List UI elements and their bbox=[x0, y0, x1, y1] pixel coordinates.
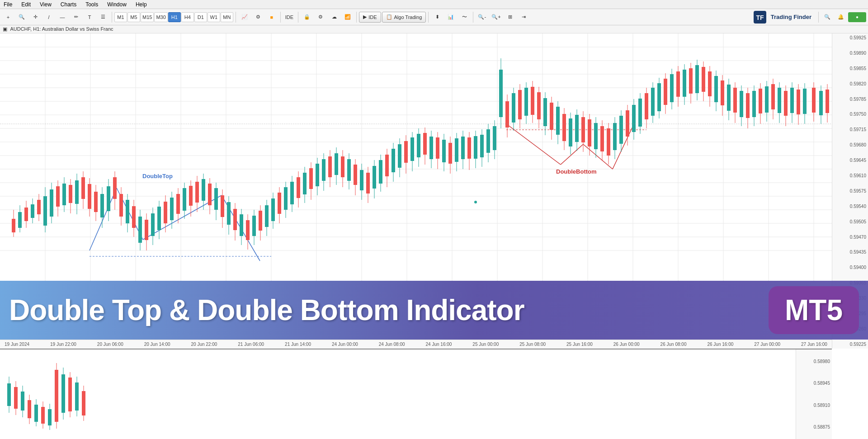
svg-rect-251 bbox=[657, 83, 661, 111]
svg-rect-69 bbox=[81, 177, 85, 199]
new-order-button[interactable]: 📋 Algo Trading bbox=[382, 12, 426, 23]
menu-item-tools[interactable]: Tools bbox=[84, 1, 100, 8]
bottom-price-1: 0.58980 bbox=[796, 359, 830, 364]
menu-item-edit[interactable]: Edit bbox=[19, 1, 33, 8]
lock-button[interactable]: 🔒 bbox=[301, 11, 313, 24]
time-label-6: 21 Jun 06:00 bbox=[238, 342, 264, 347]
chart-type-button[interactable]: 📈 bbox=[238, 11, 251, 24]
svg-rect-129 bbox=[271, 198, 275, 221]
svg-rect-61 bbox=[56, 186, 60, 207]
svg-rect-165 bbox=[385, 155, 389, 176]
price-label-9: 0.59645 bbox=[834, 158, 866, 163]
zoom-in-btn2[interactable]: 🔍+ bbox=[489, 11, 503, 24]
menu-item-window[interactable]: Window bbox=[105, 1, 128, 8]
svg-rect-299 bbox=[812, 88, 816, 113]
time-label-4: 20 Jun 14:00 bbox=[144, 342, 170, 347]
menu-item-help[interactable]: Help bbox=[134, 1, 149, 8]
svg-rect-89 bbox=[145, 220, 148, 240]
menu-item-view[interactable]: View bbox=[38, 1, 53, 8]
time-label-12: 25 Jun 08:00 bbox=[519, 342, 546, 347]
color-button[interactable]: ■ bbox=[265, 11, 278, 24]
tools-group-button[interactable]: ☰ bbox=[97, 11, 109, 24]
svg-rect-279 bbox=[746, 93, 750, 118]
draw-button[interactable]: ✏ bbox=[70, 11, 82, 24]
menu-item-charts[interactable]: Charts bbox=[59, 1, 78, 8]
svg-rect-47 bbox=[12, 219, 15, 232]
search-button[interactable]: 🔍 bbox=[821, 11, 834, 24]
time-label-16: 26 Jun 16:00 bbox=[707, 342, 733, 347]
separator-3 bbox=[280, 12, 281, 23]
svg-rect-167 bbox=[392, 149, 395, 172]
toolbar: + 🔍 ✛ / — ✏ T ☰ M1 M5 M15 M30 H1 H4 D1 W… bbox=[0, 9, 868, 25]
svg-rect-189 bbox=[461, 137, 465, 159]
algo-trading-button[interactable]: ▶ IDE bbox=[359, 12, 381, 23]
signal-button[interactable]: 📶 bbox=[341, 11, 354, 24]
tf-m15[interactable]: M15 bbox=[141, 12, 154, 22]
chart-settings-button[interactable]: ⚙ bbox=[252, 11, 264, 24]
svg-rect-263 bbox=[695, 65, 699, 93]
svg-rect-55 bbox=[37, 200, 41, 214]
svg-rect-123 bbox=[252, 216, 256, 236]
svg-rect-153 bbox=[347, 159, 351, 181]
grid-button[interactable]: ⊞ bbox=[504, 11, 517, 24]
settings2-button[interactable]: ⚙ bbox=[314, 11, 327, 24]
tf-h1[interactable]: H1 bbox=[168, 12, 181, 22]
svg-rect-326 bbox=[61, 374, 65, 413]
tf-m30[interactable]: M30 bbox=[154, 12, 167, 22]
volume-button[interactable]: 📊 bbox=[444, 11, 457, 24]
svg-rect-215 bbox=[543, 98, 547, 126]
crosshair-button[interactable]: ✛ bbox=[29, 11, 42, 24]
zoom-in-button[interactable]: 🔍 bbox=[15, 11, 28, 24]
depth-button[interactable]: ⬍ bbox=[431, 11, 443, 24]
svg-rect-71 bbox=[88, 184, 91, 209]
horizontal-line-button[interactable]: — bbox=[56, 11, 69, 24]
status-label: ● bbox=[856, 14, 859, 19]
svg-rect-269 bbox=[714, 76, 718, 102]
svg-rect-289 bbox=[778, 88, 781, 113]
tf-logo-svg: TF bbox=[753, 10, 767, 24]
line-button[interactable]: / bbox=[42, 11, 55, 24]
separator-7 bbox=[473, 12, 473, 23]
price-label-11: 0.59575 bbox=[834, 189, 866, 194]
svg-rect-221 bbox=[562, 114, 566, 141]
tick-button[interactable]: 〜 bbox=[458, 11, 471, 24]
time-label-5: 20 Jun 22:00 bbox=[191, 342, 217, 347]
zoom-out-btn[interactable]: 🔍- bbox=[476, 11, 488, 24]
menu-item-file[interactable]: File bbox=[2, 1, 14, 8]
svg-rect-211 bbox=[531, 87, 534, 115]
ide-button[interactable]: IDE bbox=[283, 11, 296, 24]
algo-trading-icon: ▶ bbox=[363, 14, 367, 20]
svg-rect-183 bbox=[442, 140, 446, 162]
svg-rect-195 bbox=[480, 135, 484, 157]
price-label-14: 0.59470 bbox=[834, 235, 866, 240]
symbol-name: AUDCHF bbox=[10, 26, 30, 32]
svg-rect-171 bbox=[404, 141, 408, 163]
tf-h4[interactable]: H4 bbox=[181, 12, 194, 22]
auto-scroll-button[interactable]: ⇥ bbox=[518, 11, 530, 24]
svg-rect-261 bbox=[689, 68, 693, 94]
svg-rect-259 bbox=[683, 70, 686, 97]
svg-rect-320 bbox=[41, 407, 45, 424]
separator-2 bbox=[236, 12, 236, 23]
price-label-10: 0.59610 bbox=[834, 173, 866, 178]
svg-rect-301 bbox=[819, 91, 823, 115]
text-button[interactable]: T bbox=[83, 11, 96, 24]
tf-m5[interactable]: M5 bbox=[127, 12, 140, 22]
double-top-label: DoubleTop bbox=[142, 173, 173, 179]
tf-d1[interactable]: D1 bbox=[194, 12, 207, 22]
time-label-10: 24 Jun 16:00 bbox=[426, 342, 452, 347]
tf-m1[interactable]: M1 bbox=[114, 12, 127, 22]
svg-rect-99 bbox=[176, 194, 180, 214]
svg-rect-271 bbox=[721, 80, 724, 105]
new-chart-button[interactable]: + bbox=[2, 11, 14, 24]
tf-mn[interactable]: MN bbox=[221, 12, 233, 22]
bottom-price-4: 0.58875 bbox=[796, 425, 830, 430]
trading-finder-logo: TF Trading Finder bbox=[748, 9, 816, 25]
tf-w1[interactable]: W1 bbox=[208, 12, 220, 22]
cloud-button[interactable]: ☁ bbox=[328, 11, 340, 24]
price-label-2: 0.59890 bbox=[834, 51, 866, 56]
notification-button[interactable]: 🔔 bbox=[835, 11, 847, 24]
time-axis: 19 Jun 2024 19 Jun 22:00 20 Jun 06:00 20… bbox=[0, 340, 832, 349]
svg-rect-265 bbox=[702, 67, 705, 92]
banner-badge: MT5 bbox=[769, 286, 859, 334]
